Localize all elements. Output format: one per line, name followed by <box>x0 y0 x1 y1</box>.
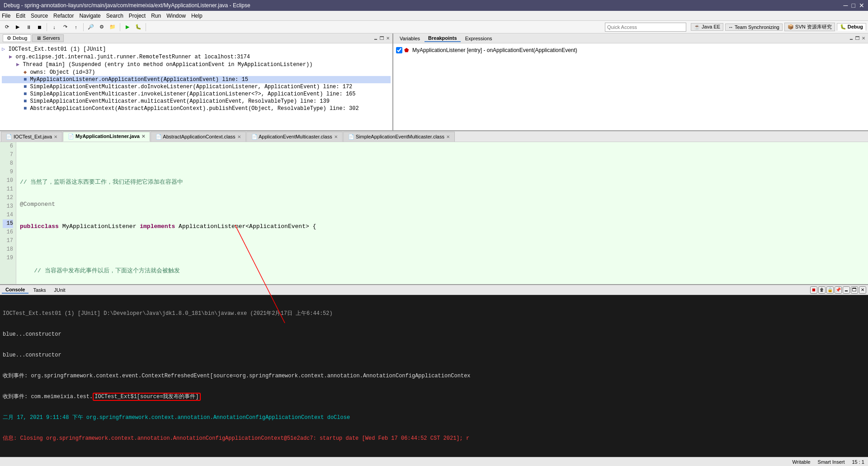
tab-breakpoints[interactable]: Breakpoints <box>425 35 461 42</box>
debug-panel-close[interactable]: ✕ <box>386 36 390 41</box>
tree-item-0[interactable]: ▷ IOCTest_Ext.test01 (1) [JUnit] <box>2 45 391 53</box>
menu-source[interactable]: Source <box>31 13 48 19</box>
servers-tab[interactable]: 🖥 Servers <box>32 34 64 42</box>
menu-run[interactable]: Run <box>151 13 161 19</box>
minimize-button[interactable]: ─ <box>844 2 848 9</box>
console-clear-btn[interactable]: 🗑 <box>818 286 826 294</box>
console-stop-btn[interactable]: ⏹ <box>810 286 817 294</box>
console-line-4: 二月 17, 2021 9:11:48 下午 org.springframewo… <box>3 414 865 422</box>
tree-item-302[interactable]: ■ AbstractApplicationContext(AbstractApp… <box>2 105 391 112</box>
menu-window[interactable]: Window <box>166 13 186 19</box>
tab-tasks[interactable]: Tasks <box>29 287 49 293</box>
tree-label-139: SimpleApplicationEventMulticaster.multic… <box>30 98 330 105</box>
toolbar-sep-2 <box>83 23 84 31</box>
tree-item-1[interactable]: ▶ org.eclipse.jdt.internal.junit.runner.… <box>2 53 391 61</box>
editor-tab-myapplistener[interactable]: 📄 MyApplicationListener.java ✕ <box>63 132 150 142</box>
console-maximize[interactable]: 🗖 <box>851 286 858 294</box>
code-area[interactable]: // 当然了，监听器这东西要工作，我们还得把它添加在容器中 @Component… <box>16 142 868 284</box>
debug-panel-maximize[interactable]: 🗖 <box>380 36 384 41</box>
ln-19: 19 <box>3 254 13 262</box>
tree-item-165[interactable]: ■ SimpleApplicationEventMulticaster.invo… <box>2 90 391 98</box>
editor-tab-ioctest[interactable]: 📄 IOCTest_Ext.java ✕ <box>1 132 62 142</box>
toolbar-step-over[interactable]: ↷ <box>60 22 70 32</box>
tree-item-owns[interactable]: ◆ owns: Object (id=37) <box>2 68 391 76</box>
ln-7: 7 <box>3 151 13 159</box>
debug-tab[interactable]: ⚙ Debug <box>3 34 31 42</box>
tree-icon-runner: ▶ <box>9 54 15 60</box>
toolbar-btn-3[interactable]: ⏸ <box>24 22 33 32</box>
toolbar-sep-3 <box>120 23 120 31</box>
console-minimize[interactable]: 🗕 <box>843 286 850 294</box>
tab-close-abstract[interactable]: ✕ <box>237 134 241 139</box>
menu-edit[interactable]: Edit <box>16 13 25 19</box>
menu-help[interactable]: Help <box>191 13 203 19</box>
status-bar: Writable Smart Insert 15 : 1 <box>0 457 868 466</box>
toolbar-btn-4[interactable]: 🔎 <box>86 22 96 32</box>
quick-access-input[interactable] <box>605 23 686 32</box>
tab-close-multicaster[interactable]: ✕ <box>334 134 338 139</box>
console-pin-btn[interactable]: 📌 <box>835 286 842 294</box>
code-line-8: @Component <box>20 200 864 209</box>
console-scroll-lock-btn[interactable]: 🔒 <box>826 286 834 294</box>
tab-close-simple[interactable]: ✕ <box>446 134 450 139</box>
console-content: IOCTest_Ext.test01 (1) [JUnit] D:\Develo… <box>0 295 868 457</box>
code-line-10 <box>20 244 864 253</box>
debug-tree: ▷ IOCTest_Ext.test01 (1) [JUnit] ▶ org.e… <box>0 43 392 130</box>
breakpoints-tabs: Variables Breakpoints Expressions <box>396 35 496 42</box>
ln-15: 15 <box>3 219 13 228</box>
bp-icon-0: ⬟ <box>404 47 409 53</box>
tree-item-172[interactable]: ■ SimpleApplicationEventMulticaster.doIn… <box>2 83 391 90</box>
bp-label-0: MyApplicationListener [entry] - onApplic… <box>412 47 577 53</box>
bp-panel-minimize[interactable]: 🗕 <box>849 36 854 41</box>
toolbar-btn-2[interactable]: ▶ <box>13 22 23 32</box>
perspective-team-sync[interactable]: ↔ Team Synchronizing <box>725 24 783 31</box>
close-button[interactable]: ✕ <box>859 2 864 9</box>
toolbar-debug-btn[interactable]: 🐛 <box>133 22 143 32</box>
maximize-button[interactable]: □ <box>852 2 855 9</box>
bp-content: ⬟ MyApplicationListener [entry] - onAppl… <box>393 43 868 57</box>
tab-variables[interactable]: Variables <box>396 35 424 42</box>
tree-label-0: IOCTest_Ext.test01 (1) [JUnit] <box>8 46 106 52</box>
ln-14: 14 <box>3 211 13 219</box>
editor-content: 6 7 8 9 10 11 12 13 14 15 16 17 18 19 //… <box>0 142 868 284</box>
bp-checkbox-0[interactable] <box>396 47 402 53</box>
bp-panel-close[interactable]: ✕ <box>862 36 865 41</box>
editor-tab-multicaster[interactable]: 📄 ApplicationEventMulticaster.class ✕ <box>246 132 343 142</box>
tree-item-139[interactable]: ■ SimpleApplicationEventMulticaster.mult… <box>2 98 391 105</box>
status-writable: Writable <box>792 459 810 465</box>
menu-navigate[interactable]: Navigate <box>79 13 100 19</box>
menu-file[interactable]: File <box>2 13 10 19</box>
breakpoints-header: Variables Breakpoints Expressions 🗕 🗖 ✕ <box>393 33 868 43</box>
perspective-debug[interactable]: 🐛 Debug <box>837 23 866 31</box>
menu-project[interactable]: Project <box>129 13 146 19</box>
toolbar-btn-5[interactable]: ⚙ <box>97 22 107 32</box>
toolbar-step-into[interactable]: ↓ <box>49 22 59 32</box>
editor-tab-simple[interactable]: 📄 SimpleApplicationEventMulticaster.clas… <box>343 132 455 142</box>
toolbar: ⟳ ▶ ⏸ ⏹ ↓ ↷ ↑ 🔎 ⚙ 📁 ▶ 🐛 ☕ Java EE ↔ Team… <box>0 21 868 33</box>
menu-refactor[interactable]: Refactor <box>53 13 74 19</box>
debug-panel-minimize[interactable]: 🗕 <box>373 36 378 41</box>
toolbar-run-btn[interactable]: ▶ <box>123 22 132 32</box>
console-close[interactable]: ✕ <box>859 286 866 294</box>
bp-panel-maximize[interactable]: 🗖 <box>855 36 860 41</box>
tree-item-line15[interactable]: ■ MyApplicationListener.onApplicationEve… <box>2 76 391 83</box>
ln-11: 11 <box>3 185 13 194</box>
console-line-0: blue...constructor <box>3 330 865 338</box>
tab-close-ioctest[interactable]: ✕ <box>54 134 57 139</box>
tab-junit[interactable]: JUnit <box>51 287 69 293</box>
toolbar-btn-stop[interactable]: ⏹ <box>34 22 44 32</box>
tab-expressions[interactable]: Expressions <box>462 35 496 42</box>
debug-panel-controls: 🗕 🗖 ✕ <box>373 36 390 41</box>
toolbar-btn-6[interactable]: 📁 <box>108 22 118 32</box>
perspective-javaee[interactable]: ☕ Java EE <box>691 23 723 31</box>
toolbar-step-return[interactable]: ↑ <box>71 22 81 32</box>
tree-item-2[interactable]: ▶ Thread [main] (Suspended (entry into m… <box>2 61 391 68</box>
ln-6: 6 <box>3 142 13 151</box>
editor-tab-abstract[interactable]: 📄 AbstractApplicationContext.class ✕ <box>151 132 246 142</box>
tab-console[interactable]: Console <box>2 286 28 294</box>
perspective-svn[interactable]: 📦 SVN 资源库研究 <box>784 23 835 31</box>
toolbar-btn-1[interactable]: ⟳ <box>2 22 12 32</box>
menu-search[interactable]: Search <box>106 13 123 19</box>
tab-close-myapplistener[interactable]: ✕ <box>142 134 145 139</box>
status-position: 15 : 1 <box>852 459 864 465</box>
